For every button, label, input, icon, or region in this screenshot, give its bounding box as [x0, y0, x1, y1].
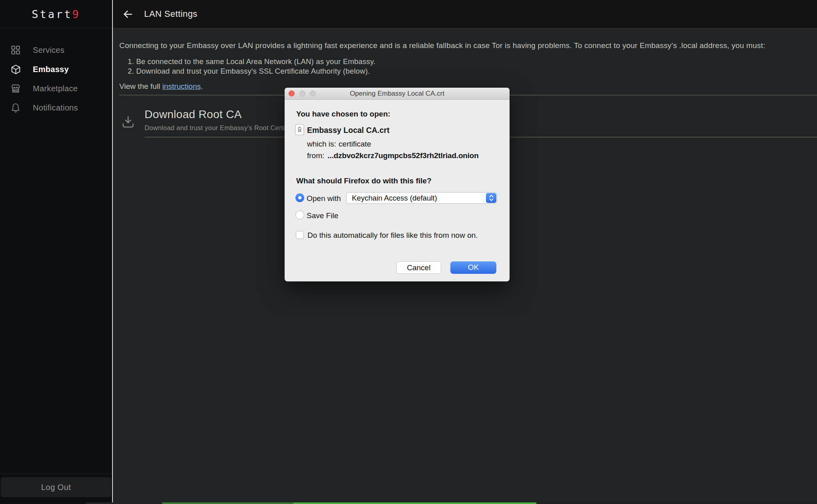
save-file-label[interactable]: Save File [307, 211, 338, 220]
download-root-ca-item[interactable]: Download Root CA [145, 108, 242, 121]
which-is-line: which is:certificate [307, 140, 371, 149]
sidebar-item-label: Marketplace [33, 84, 78, 93]
logout-divider [0, 474, 112, 474]
sidebar-item-embassy[interactable]: Embassy [0, 60, 112, 79]
sidebar-content-divider [112, 0, 113, 504]
chosen-to-open-label: You have chosen to open: [296, 110, 390, 118]
logout-label: Log Out [41, 483, 71, 492]
which-is-label: which is: [307, 140, 336, 148]
sidebar-item-notifications[interactable]: Notifications [0, 98, 112, 117]
sidebar-divider [0, 28, 112, 28]
bottom-strip-segment [536, 502, 817, 504]
intro-text: Connecting to your Embassy over LAN prov… [119, 41, 765, 50]
page-header: LAN Settings [113, 0, 817, 28]
open-with-select[interactable]: Keychain Access (default) [346, 192, 497, 204]
from-line: from:...dzbvo2kcrz7ugmpcbs52f3rh2tlriad.… [307, 151, 479, 160]
sidebar: Start9 Services [0, 0, 112, 504]
ok-button[interactable]: OK [450, 261, 496, 274]
dialog-file-name: Embassy Local CA.crt [307, 126, 389, 135]
select-stepper-icon [486, 193, 496, 203]
grid-icon [10, 44, 21, 56]
bottom-strip-segment [293, 502, 536, 504]
download-icon [121, 115, 135, 129]
open-with-selected-value: Keychain Access (default) [352, 193, 437, 203]
logo-accent-digit: 9 [72, 8, 80, 20]
cube-icon [10, 64, 21, 75]
back-button[interactable] [122, 8, 134, 20]
from-label: from: [307, 151, 324, 160]
certificate-file-icon [295, 124, 304, 135]
sidebar-item-label: Notifications [33, 103, 78, 112]
sidebar-item-label: Embassy [33, 65, 69, 74]
app-root: Start9 Services [0, 0, 817, 504]
sidebar-item-marketplace[interactable]: Marketplace [0, 79, 112, 98]
dialog-titlebar[interactable]: Opening Embassy Local CA.crt [285, 88, 510, 100]
firefox-question-label: What should Firefox do with this file? [296, 177, 432, 185]
bottom-strip-segment [0, 502, 86, 504]
logo-text: Start [32, 8, 72, 20]
bell-icon [10, 102, 21, 113]
view-full-line: View the full instructions. [119, 82, 203, 91]
start9-logo: Start9 [0, 0, 112, 28]
file-type-value: certificate [339, 140, 371, 148]
step-item: 1. Be connected to the same Local Area N… [128, 57, 375, 66]
open-with-label[interactable]: Open with [307, 194, 341, 203]
sidebar-item-label: Services [33, 46, 64, 55]
arrow-left-icon [122, 9, 133, 20]
step-item: 2. Download and trust your Embassy's SSL… [128, 66, 375, 76]
storefront-icon [10, 83, 21, 94]
page-title: LAN Settings [144, 9, 197, 19]
view-full-prefix: View the full [119, 82, 162, 90]
bottom-strip-segment [162, 502, 293, 504]
steps-list: 1. Be connected to the same Local Area N… [128, 57, 375, 76]
instructions-link[interactable]: instructions [162, 82, 201, 90]
view-full-suffix: . [201, 82, 203, 90]
dialog-title: Opening Embassy Local CA.crt [285, 88, 510, 100]
logout-button[interactable]: Log Out [1, 477, 111, 497]
sidebar-nav: Services Embassy [0, 40, 112, 117]
open-with-radio[interactable] [295, 193, 304, 202]
opening-file-dialog: Opening Embassy Local CA.crt You have ch… [285, 88, 510, 281]
cancel-button[interactable]: Cancel [396, 261, 441, 274]
do-automatically-checkbox[interactable] [296, 231, 304, 239]
from-host-value: ...dzbvo2kcrz7ugmpcbs52f3rh2tlriad.onion [327, 151, 478, 160]
bottom-strip-segment [86, 502, 162, 504]
do-automatically-label[interactable]: Do this automatically for files like thi… [307, 231, 478, 240]
sidebar-item-services[interactable]: Services [0, 40, 112, 60]
save-file-radio[interactable] [295, 211, 304, 219]
